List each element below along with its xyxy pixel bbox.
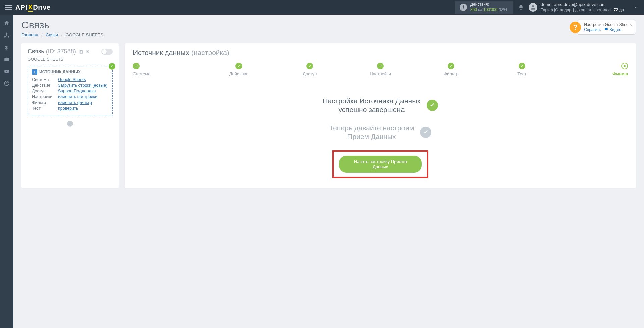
actions-counter[interactable]: i Действия: 350 из 100'000 (0%): [455, 1, 513, 14]
help-icon[interactable]: ?: [4, 80, 10, 86]
check-icon: [420, 127, 431, 138]
dollar-icon[interactable]: $: [4, 44, 10, 50]
source-table: СистемаGoogle Sheets ДействиеЗагрузить с…: [32, 77, 108, 111]
connection-toggle[interactable]: [101, 49, 113, 55]
source-settings-link[interactable]: изменить настройки: [58, 94, 97, 99]
page-title: Связь: [21, 19, 636, 31]
breadcrumb: Главная / Связи / GOOGLE SHEETS: [21, 32, 636, 37]
source-row: Фильтризменить фильтр: [32, 100, 108, 105]
logo[interactable]: APIXDrive: [15, 3, 51, 12]
start-destination-setup-button[interactable]: Начать настройку Приема Данных: [339, 156, 422, 173]
hamburger-icon[interactable]: [5, 4, 12, 11]
top-header: APIXDrive i Действия: 350 из 100'000 (0%…: [0, 0, 644, 15]
source-filter-link[interactable]: изменить фильтр: [58, 100, 92, 105]
svg-rect-2: [5, 9, 12, 10]
logo-text: API: [15, 4, 28, 11]
svg-rect-13: [605, 28, 607, 30]
info-icon: i: [460, 4, 467, 11]
connections-icon[interactable]: [4, 32, 10, 38]
number-badge: 1: [32, 69, 37, 75]
svg-rect-9: [6, 58, 8, 58]
svg-rect-0: [5, 5, 12, 6]
step-dot-icon: [133, 63, 140, 69]
gear-icon[interactable]: [85, 49, 90, 54]
source-action-link[interactable]: Загрузить строки (новые): [58, 83, 107, 88]
step-label: Фильтр: [444, 71, 459, 76]
step-dot-icon: [235, 63, 242, 69]
connection-side-panel: Связь (ID: 37588) GOOGLE SHEETS 1 ИСТОЧН…: [21, 43, 119, 188]
question-icon[interactable]: ?: [570, 22, 581, 33]
help-video-link[interactable]: Видео: [609, 27, 621, 32]
check-icon: [427, 100, 438, 111]
main-card: Источник данных (настройка) Система Дейс…: [125, 43, 636, 188]
briefcase-icon[interactable]: [4, 56, 10, 62]
step-label: Настройки: [370, 71, 391, 76]
add-button[interactable]: +: [67, 121, 73, 127]
user-menu[interactable]: demo_apix-drive@apix-drive.com Тариф |Ст…: [529, 2, 641, 13]
source-system-link[interactable]: Google Sheets: [58, 77, 86, 82]
help-reference-link[interactable]: Справка: [584, 27, 600, 32]
step-label: Доступ: [303, 71, 317, 76]
connection-subtitle: GOOGLE SHEETS: [28, 57, 113, 62]
user-text: demo_apix-drive@apix-drive.com Тариф |Ст…: [541, 2, 624, 13]
chevron-down-icon: [633, 5, 638, 10]
youtube-icon[interactable]: [4, 68, 10, 74]
source-heading: 1 ИСТОЧНИК ДАННЫХ: [32, 69, 108, 75]
progress-stepper: Система Действие Доступ Настройки Фильтр…: [133, 63, 628, 76]
logo-text: Drive: [33, 4, 51, 11]
source-access-link[interactable]: Support Поддержка: [58, 89, 96, 93]
actions-text: Действия: 350 из 100'000 (0%): [470, 2, 507, 12]
source-row: СистемаGoogle Sheets: [32, 77, 108, 82]
step-label: Финиш: [612, 71, 628, 76]
step-label: Система: [133, 71, 150, 76]
help-title: Настройка Google Sheets: [584, 22, 632, 27]
source-row: ДоступSupport Поддержка: [32, 89, 108, 93]
svg-rect-1: [5, 7, 12, 8]
check-badge-icon: [109, 63, 115, 70]
connection-title: Связь (ID: 37588): [28, 48, 90, 55]
source-row: Тестпроверить: [32, 106, 108, 111]
step-label: Тест: [517, 71, 526, 76]
step-dot-icon: [377, 63, 384, 69]
data-source-box: 1 ИСТОЧНИК ДАННЫХ СистемаGoogle Sheets Д…: [28, 66, 113, 116]
step-dot-icon: [306, 63, 313, 69]
home-icon[interactable]: [4, 20, 10, 26]
source-row: ДействиеЗагрузить строки (новые): [32, 83, 108, 88]
status-row-pending: Теперь давайте настроим Прием Данных: [290, 124, 471, 141]
logo-text: X: [28, 3, 33, 12]
breadcrumb-home[interactable]: Главная: [21, 32, 38, 37]
help-callout: ? Настройка Google Sheets Справка, Видео: [570, 20, 636, 35]
avatar-icon: [529, 3, 537, 12]
copy-icon[interactable]: [79, 49, 84, 54]
source-row: Настройкиизменить настройки: [32, 94, 108, 99]
main-heading: Источник данных (настройка): [133, 49, 628, 57]
source-test-link[interactable]: проверить: [58, 106, 78, 111]
svg-point-16: [87, 51, 88, 53]
status-row-complete: Настройка Источника Данных успешно завер…: [290, 96, 471, 114]
left-sidebar: $ ?: [0, 15, 13, 328]
cta-highlight: Начать настройку Приема Данных: [332, 150, 428, 178]
svg-point-3: [532, 5, 534, 7]
svg-text:?: ?: [6, 82, 8, 85]
breadcrumb-current: GOOGLE SHEETS: [66, 32, 103, 37]
step-dot-icon: [519, 63, 525, 69]
svg-rect-8: [4, 58, 9, 61]
video-icon: [604, 27, 609, 32]
step-dot-icon: [448, 63, 454, 69]
breadcrumb-links[interactable]: Связи: [46, 32, 58, 37]
step-dot-current-icon: [621, 63, 628, 69]
bell-icon[interactable]: [518, 4, 524, 10]
step-label: Действие: [229, 71, 249, 76]
svg-text:$: $: [5, 45, 8, 50]
